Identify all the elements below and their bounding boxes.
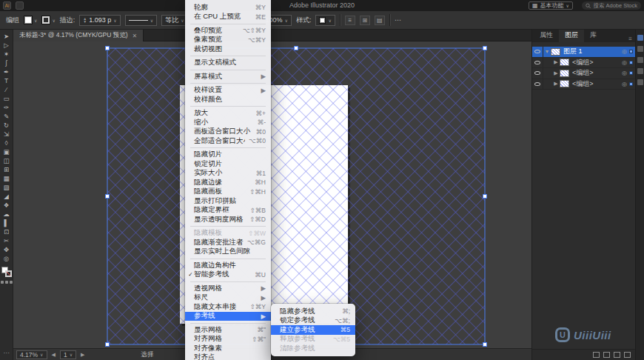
target-circle-icon[interactable]: ◎ <box>622 81 627 87</box>
view-menu-item-25[interactable]: 隐藏定界框⇧⌘B <box>185 206 271 216</box>
tab-图层[interactable]: 图层 <box>559 29 584 42</box>
column-graph-tool[interactable]: ▌ <box>1 219 13 227</box>
visibility-cell[interactable] <box>532 79 543 90</box>
target-circle-icon[interactable]: ◎ <box>622 48 627 55</box>
shape-builder-tool[interactable]: ◫ <box>1 156 13 165</box>
target-circle-icon[interactable]: ◎ <box>622 59 627 66</box>
view-menu-item-19[interactable]: 隐藏切片 <box>185 150 271 160</box>
tab-库[interactable]: 库 <box>584 29 603 42</box>
view-menu-item-7[interactable]: 显示文稿模式 <box>185 59 271 68</box>
align-icon[interactable]: ≡ <box>345 16 355 25</box>
rotate-tool[interactable]: ↻ <box>1 121 13 130</box>
view-menu-item-20[interactable]: 锁定切片 <box>185 159 271 169</box>
zoom-level-dropdown[interactable]: 4.17% ∨ <box>16 350 47 359</box>
document-tab[interactable]: 未标题-3* @ 4.17% (CMYK/GPU 预览) ✕ <box>13 30 144 41</box>
paintbrush-tool[interactable]: ✑ <box>1 103 13 112</box>
make-clipping-mask-icon[interactable] <box>593 352 600 358</box>
zoom-tool[interactable]: ◎ <box>1 254 13 263</box>
previous-artboard-icon[interactable]: ◀ <box>52 352 56 358</box>
view-menu-item-32[interactable]: 隐藏边角构件 <box>185 261 271 270</box>
view-menu-item-24[interactable]: 显示打印拼贴 <box>185 196 271 206</box>
magic-wand-tool[interactable]: ✶ <box>1 50 13 59</box>
chevron-right-icon[interactable]: ▶ <box>552 70 560 76</box>
pen-tool[interactable]: ✒ <box>1 67 13 76</box>
isolate-icon[interactable]: ▤ <box>375 16 385 25</box>
symbol-sprayer-tool[interactable]: ☁ <box>1 210 13 219</box>
visibility-cell[interactable] <box>532 47 543 57</box>
visibility-cell[interactable] <box>532 68 543 79</box>
home-icon[interactable] <box>16 1 24 10</box>
canvas[interactable] <box>13 41 531 348</box>
stroke-swatch[interactable] <box>41 16 50 24</box>
hand-tool[interactable]: ✥ <box>1 245 13 254</box>
line-segment-tool[interactable]: ∕ <box>1 85 13 94</box>
panel-menu-icon[interactable]: ≡ <box>628 36 632 42</box>
guides-submenu-item-2[interactable]: 建立参考线⌘5 <box>271 325 355 335</box>
eye-icon[interactable] <box>534 71 540 75</box>
fill-color-picker[interactable]: ∨ <box>24 16 37 24</box>
view-menu-item-37[interactable]: 隐藏文本串接⇧⌘Y <box>185 302 271 312</box>
chevron-right-icon[interactable]: ▶ <box>552 81 560 87</box>
view-menu-item-36[interactable]: 标尺▶ <box>185 293 271 303</box>
pencil-tool[interactable]: ✎ <box>1 112 13 121</box>
view-menu-item-22[interactable]: 隐藏边缘⌘H <box>185 178 271 187</box>
width-profile-dropdown[interactable]: 等比∨ <box>161 15 187 26</box>
fill-swatch[interactable] <box>24 16 33 24</box>
eye-icon[interactable] <box>534 50 540 53</box>
delete-layer-icon[interactable] <box>624 352 631 358</box>
rectangle-tool[interactable]: ▭ <box>1 94 13 103</box>
view-menu-item-5[interactable]: 裁切视图 <box>185 44 271 54</box>
swatches-panel-icon[interactable] <box>637 46 643 52</box>
view-menu-item-17[interactable]: 全部适合窗口大小⌥⌘0 <box>185 136 271 146</box>
guides-submenu-item-0[interactable]: 隐藏参考线⌘; <box>271 307 355 316</box>
direct-selection-tool[interactable]: ▷ <box>1 41 13 50</box>
fill-stroke-indicator[interactable] <box>1 267 12 277</box>
artboard-navigation-dropdown[interactable]: 1 ∨ <box>60 350 76 359</box>
view-menu-item-29[interactable]: 隐藏渐变批注者⌥⌘G <box>185 238 271 247</box>
brushes-panel-icon[interactable] <box>637 57 643 63</box>
view-menu-item-33[interactable]: ✓智能参考线⌘U <box>185 270 271 280</box>
view-menu-item-14[interactable]: 放大⌘+ <box>185 109 271 119</box>
guides-submenu-item-1[interactable]: 锁定参考线⌥⌘; <box>271 316 355 326</box>
workspace-switcher-button[interactable]: ▦ 基本功能 ∨ <box>529 1 573 10</box>
new-sublayer-icon[interactable] <box>603 352 610 358</box>
stepper-icons[interactable]: ▲▼ <box>83 17 87 23</box>
view-menu-item-9[interactable]: 屏幕模式▶ <box>185 72 271 81</box>
draw-mode-icon[interactable] <box>5 281 8 284</box>
chevron-down-icon[interactable]: ▼ <box>543 49 551 54</box>
perspective-grid-tool[interactable]: ⊞ <box>1 165 13 174</box>
view-menu-item-43[interactable]: 对齐点 <box>185 353 271 360</box>
eye-icon[interactable] <box>534 61 540 64</box>
mesh-tool[interactable]: ▦ <box>1 174 13 183</box>
layer-row[interactable]: ▶<编组>◎ <box>532 58 635 69</box>
view-menu-item-26[interactable]: 显示透明度网格⇧⌘D <box>185 215 271 224</box>
view-menu-item-41[interactable]: 对齐网格⇧⌘" <box>185 335 271 344</box>
tab-属性[interactable]: 属性 <box>534 29 559 42</box>
free-transform-tool[interactable]: ▣ <box>1 147 13 156</box>
symbols-panel-icon[interactable] <box>637 68 643 74</box>
view-menu-item-15[interactable]: 缩小⌘- <box>185 118 271 127</box>
stroke-weight-field[interactable]: ▲▼ 1.093 p ∨ <box>79 15 120 26</box>
draw-mode-icon[interactable] <box>1 281 4 284</box>
layer-row[interactable]: ▶<编组>◎ <box>532 68 635 79</box>
lasso-tool[interactable]: ʃ <box>1 59 13 67</box>
view-menu-item-42[interactable]: 对齐像素 <box>185 344 271 353</box>
width-tool[interactable]: ◊ <box>1 139 13 147</box>
view-menu-item-16[interactable]: 画板适合窗口大小⌘0 <box>185 127 271 137</box>
stroke-style-dropdown[interactable]: ∨ <box>125 15 157 26</box>
new-layer-icon[interactable] <box>614 352 620 358</box>
view-menu-item-38[interactable]: 参考线▶ <box>185 312 271 321</box>
transform-icon[interactable]: ⊞ <box>360 16 370 25</box>
gradient-tool[interactable]: ▨ <box>1 183 13 192</box>
blend-tool[interactable]: ❖ <box>1 201 13 210</box>
slice-tool[interactable]: ✂ <box>1 236 13 245</box>
scale-tool[interactable]: ⇲ <box>1 130 13 139</box>
target-circle-icon[interactable]: ◎ <box>622 70 627 76</box>
stroke-proxy-swatch[interactable] <box>5 270 12 277</box>
view-menu-item-35[interactable]: 透视网格▶ <box>185 284 271 293</box>
view-menu-item-12[interactable]: 校样颜色 <box>185 95 271 104</box>
view-menu-item-3[interactable]: 叠印预览⌥⇧⌘Y <box>185 26 271 36</box>
chevron-right-icon[interactable]: ▶ <box>552 59 560 65</box>
eyedropper-tool[interactable]: ◢ <box>1 192 13 201</box>
eye-icon[interactable] <box>534 82 540 86</box>
